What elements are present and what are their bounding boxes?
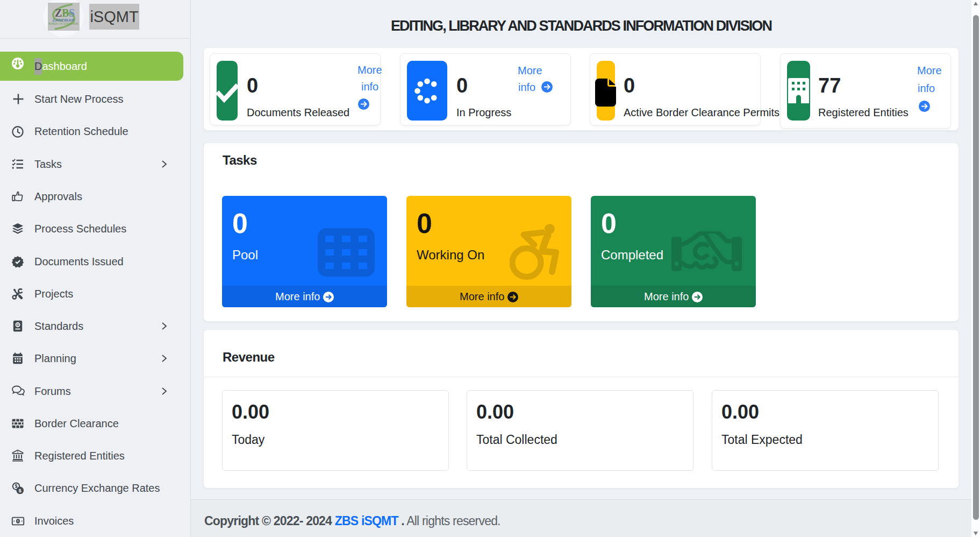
svg-text:S: S <box>69 7 75 19</box>
svg-text:$: $ <box>19 487 22 493</box>
svg-text:ZANZIBAR: ZANZIBAR <box>53 18 75 23</box>
svg-text:B: B <box>62 7 69 19</box>
svg-text:Z: Z <box>55 7 62 19</box>
svg-text:BUREAU OF STANDARDS: BUREAU OF STANDARDS <box>49 23 78 25</box>
